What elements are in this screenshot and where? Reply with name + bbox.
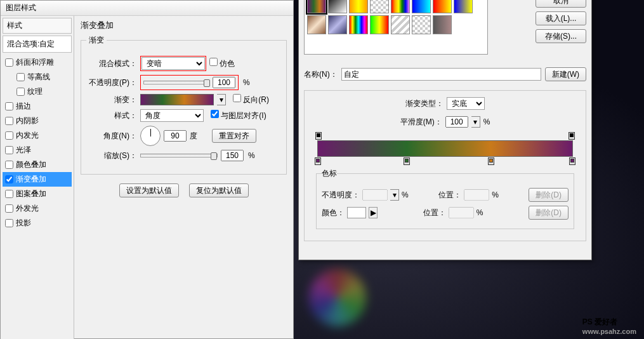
gradient-presets[interactable]	[304, 0, 488, 55]
style-item[interactable]: 颜色叠加	[3, 157, 72, 172]
style-item[interactable]: 投影	[3, 216, 72, 230]
reverse-checkbox[interactable]: 反向(R)	[233, 94, 269, 105]
style-label: 样式：	[86, 110, 137, 121]
style-item[interactable]: 光泽	[3, 143, 72, 157]
gradient-preview[interactable]	[140, 94, 214, 105]
scale-input[interactable]	[221, 150, 244, 161]
preset-swatch[interactable]	[412, 0, 431, 13]
layer-style-dialog: 图层样式 样式 混合选项:自定 斜面和浮雕等高线纹理描边内阴影内发光光泽颜色叠加…	[0, 0, 294, 339]
arrow-right-icon: ▶	[369, 207, 378, 218]
stop-color-swatch	[347, 207, 366, 218]
opacity-input[interactable]	[213, 77, 235, 88]
style-item[interactable]: 内阴影	[3, 114, 72, 128]
preset-swatch[interactable]	[370, 0, 389, 13]
save-button[interactable]: 存储(S)...	[536, 29, 586, 43]
opacity-label: 不透明度(P)：	[86, 77, 137, 88]
style-item[interactable]: 图案叠加	[3, 187, 72, 201]
align-checkbox[interactable]: 与图层对齐(I)	[211, 110, 266, 121]
gradient-dropdown-icon[interactable]: ▾	[217, 94, 226, 105]
preset-swatch[interactable]	[349, 15, 368, 34]
stop-position-input	[464, 189, 489, 201]
style-item[interactable]: 纹理	[3, 84, 72, 99]
preset-swatch[interactable]	[412, 15, 431, 34]
preset-swatch[interactable]	[391, 0, 410, 13]
angle-input[interactable]	[164, 130, 187, 142]
angle-label: 角度(N)：	[86, 131, 137, 142]
blend-mode-select[interactable]: 变暗	[141, 57, 205, 70]
preset-swatch[interactable]	[370, 15, 389, 34]
watermark: PS 爱好者 www.psahz.com	[582, 314, 636, 335]
reset-default-button[interactable]: 复位为默认值	[189, 183, 249, 197]
preset-swatch[interactable]	[328, 15, 347, 34]
opacity-slider[interactable]	[143, 81, 210, 84]
name-label: 名称(N)：	[304, 69, 338, 80]
preset-swatch[interactable]	[433, 0, 452, 13]
style-item[interactable]: 渐变叠加	[3, 172, 72, 187]
delete-opacity-stop-button: 删除(D)	[529, 188, 568, 202]
preset-swatch[interactable]	[328, 0, 347, 13]
style-item[interactable]: 斜面和浮雕	[3, 55, 72, 70]
gradient-legend: 渐变	[86, 35, 107, 46]
blending-options[interactable]: 混合选项:自定	[3, 36, 72, 53]
load-button[interactable]: 载入(L)...	[536, 11, 586, 25]
gradient-label: 渐变：	[86, 95, 137, 105]
preset-swatch[interactable]	[391, 15, 410, 34]
style-item[interactable]: 描边	[3, 99, 72, 114]
styles-header[interactable]: 样式	[3, 18, 72, 34]
stop-color-label: 颜色：	[322, 208, 345, 218]
color-stop[interactable]	[404, 157, 410, 165]
smoothness-input[interactable]	[445, 116, 468, 128]
stop-color-position-input	[449, 207, 474, 218]
stop-opacity-input	[362, 189, 388, 201]
gradient-editor-dialog: 取消 载入(L)... 存储(S)... 名称(N)： 新建(W) 渐变类型： …	[298, 0, 592, 260]
preset-swatch[interactable]	[454, 0, 473, 13]
stops-legend: 色标	[322, 168, 337, 179]
opacity-stop[interactable]	[568, 132, 575, 140]
name-input[interactable]	[341, 68, 541, 81]
preset-swatch[interactable]	[307, 15, 326, 34]
stop-opacity-label: 不透明度：	[322, 190, 360, 201]
style-select[interactable]: 角度	[140, 109, 204, 122]
styles-panel: 样式 混合选项:自定 斜面和浮雕等高线纹理描边内阴影内发光光泽颜色叠加渐变叠加图…	[1, 16, 74, 339]
style-item[interactable]: 等高线	[3, 70, 72, 84]
type-select[interactable]: 实底	[447, 97, 485, 110]
set-default-button[interactable]: 设置为默认值	[119, 183, 179, 197]
preset-swatch[interactable]	[307, 0, 326, 13]
color-stop[interactable]	[315, 157, 321, 165]
dialog-title: 图层样式	[1, 1, 293, 16]
preset-swatch[interactable]	[433, 15, 452, 34]
color-stop[interactable]	[488, 157, 494, 165]
cancel-button[interactable]: 取消	[536, 0, 586, 8]
style-item[interactable]: 内发光	[3, 128, 72, 143]
reset-align-button[interactable]: 重置对齐	[212, 129, 256, 143]
gradient-overlay-panel: 渐变叠加 渐变 混合模式： 变暗 仿色 不透明度(P)： %	[74, 16, 293, 339]
angle-dial[interactable]	[140, 126, 161, 146]
scale-slider[interactable]	[140, 154, 218, 157]
new-button[interactable]: 新建(W)	[545, 67, 586, 81]
smoothness-label: 平滑度(M)：	[400, 117, 442, 128]
color-stop[interactable]	[569, 157, 575, 165]
blend-mode-label: 混合模式：	[86, 58, 137, 69]
style-item[interactable]: 外发光	[3, 201, 72, 216]
preset-swatch[interactable]	[349, 0, 368, 13]
opacity-stop[interactable]	[315, 132, 322, 140]
delete-color-stop-button: 删除(D)	[529, 206, 568, 220]
dither-checkbox[interactable]: 仿色	[209, 58, 235, 69]
smoothness-dropdown-icon[interactable]: ▾	[471, 116, 480, 128]
scale-label: 缩放(S)：	[86, 150, 137, 161]
type-label: 渐变类型：	[405, 98, 444, 109]
stop-position-label: 位置：	[438, 190, 461, 201]
panel-title: 渐变叠加	[81, 20, 287, 31]
gradient-bar[interactable]	[317, 140, 573, 157]
